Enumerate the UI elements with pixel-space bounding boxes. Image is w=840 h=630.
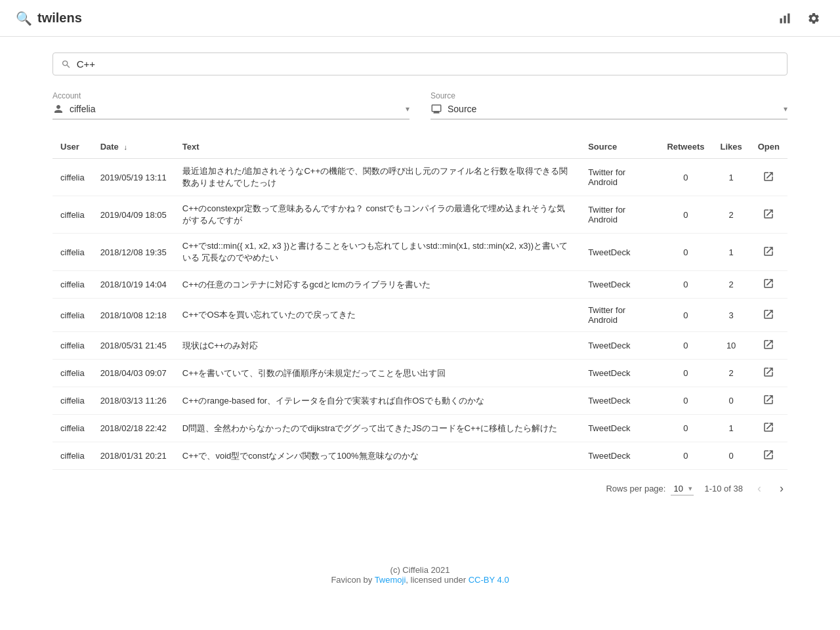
cell-open-4 (750, 299, 788, 332)
main-content: Account ciffelia ▾ Source Source (26, 37, 814, 523)
cell-date-2: 2018/12/08 19:35 (93, 234, 175, 271)
th-date[interactable]: Date ↓ (93, 135, 175, 159)
cell-retweets-0: 0 (659, 159, 712, 196)
app-logo: 🔍 twilens (16, 10, 82, 26)
source-filter-group: Source Source Twitter for Android TweetD… (430, 91, 788, 119)
external-link-icon (763, 308, 774, 320)
source-filter-chevron: ▾ (784, 104, 788, 114)
cell-likes-3: 2 (713, 271, 750, 299)
cell-date-6: 2018/04/03 09:07 (93, 360, 175, 387)
external-link-icon (763, 245, 774, 257)
cell-text-2: C++でstd::min({ x1, x2, x3 })と書けることをいつも忘れ… (175, 234, 580, 271)
cell-open-0 (750, 159, 788, 196)
cell-text-1: C++のconstexpr定数って意味あるんですかね？ constでもコンパイラ… (175, 196, 580, 234)
app-title: twilens (37, 10, 82, 26)
open-button-5[interactable] (763, 339, 774, 350)
open-button-1[interactable] (763, 208, 774, 220)
filters-row: Account ciffelia ▾ Source Source (52, 91, 788, 119)
open-button-8[interactable] (763, 421, 774, 433)
open-button-3[interactable] (763, 278, 774, 289)
rows-per-page-group: Rows per page: 10 25 50 (606, 482, 694, 495)
cell-user-8: ciffelia (52, 415, 93, 442)
cell-source-1: Twitter for Android (580, 196, 659, 234)
cell-likes-9: 0 (713, 442, 750, 470)
cell-user-0: ciffelia (52, 159, 93, 196)
cell-source-4: Twitter for Android (580, 299, 659, 332)
open-button-9[interactable] (763, 449, 774, 461)
gear-icon (807, 12, 820, 25)
cell-user-5: ciffelia (52, 332, 93, 360)
cell-retweets-4: 0 (659, 299, 712, 332)
open-button-2[interactable] (763, 245, 774, 257)
open-button-6[interactable] (763, 366, 774, 378)
data-table: User Date ↓ Text Source Retweets Likes O… (52, 135, 788, 470)
twemoji-link[interactable]: Twemoji (375, 575, 406, 585)
source-filter-label: Source (430, 91, 788, 100)
cell-text-6: C++を書いていて、引数の評価順序が未規定だってことを思い出す回 (175, 360, 580, 387)
cell-user-2: ciffelia (52, 234, 93, 271)
footer-copyright: (c) Ciffelia 2021 (0, 565, 840, 575)
rows-per-page-select[interactable]: 10 25 50 (671, 482, 694, 495)
next-page-button[interactable]: › (776, 480, 788, 497)
open-button-7[interactable] (763, 394, 774, 406)
external-link-icon (763, 278, 774, 289)
cell-likes-7: 0 (713, 387, 750, 415)
cell-likes-5: 10 (713, 332, 750, 360)
open-button-4[interactable] (763, 308, 774, 320)
cell-open-9 (750, 442, 788, 470)
cell-source-6: TweetDeck (580, 360, 659, 387)
cell-date-7: 2018/03/13 11:26 (93, 387, 175, 415)
table-row: ciffelia 2018/10/19 14:04 C++の任意のコンテナに対応… (52, 271, 788, 299)
th-open: Open (750, 135, 788, 159)
external-link-icon (763, 171, 774, 182)
th-source: Source (580, 135, 659, 159)
th-text: Text (175, 135, 580, 159)
cell-open-1 (750, 196, 788, 234)
cell-user-6: ciffelia (52, 360, 93, 387)
table-row: ciffelia 2019/04/09 18:05 C++のconstexpr定… (52, 196, 788, 234)
table-header-row: User Date ↓ Text Source Retweets Likes O… (52, 135, 788, 159)
sort-icon: ↓ (123, 143, 127, 151)
cell-date-5: 2018/05/31 21:45 (93, 332, 175, 360)
cell-source-5: TweetDeck (580, 332, 659, 360)
table-row: ciffelia 2018/05/31 21:45 現状はC++のみ対応 Twe… (52, 332, 788, 360)
prev-page-button[interactable]: ‹ (753, 480, 765, 497)
account-filter-select-row: ciffelia ▾ (52, 103, 410, 119)
settings-button[interactable] (803, 8, 824, 29)
pagination-row: Rows per page: 10 25 50 1-10 of 38 ‹ › (52, 470, 788, 507)
search-icon (61, 59, 72, 70)
open-button-0[interactable] (763, 171, 774, 182)
external-link-icon (763, 208, 774, 220)
source-filter-select-row: Source Twitter for Android TweetDeck ▾ (430, 103, 788, 119)
cell-open-2 (750, 234, 788, 271)
account-filter-select[interactable]: ciffelia (70, 104, 400, 114)
cell-text-7: C++のrange-based for、イテレータを自分で実装すれば自作OSでも… (175, 387, 580, 415)
page-info: 1-10 of 38 (704, 484, 743, 494)
cell-text-4: C++でOS本を買い忘れていたので戻ってきた (175, 299, 580, 332)
cell-retweets-7: 0 (659, 387, 712, 415)
cell-text-9: C++で、void型でconstなメンバ関数って100%無意味なのかな (175, 442, 580, 470)
footer-license: Favicon by Twemoji, licensed under CC-BY… (0, 575, 840, 585)
th-likes: Likes (713, 135, 750, 159)
external-link-icon (763, 449, 774, 461)
logo-icon: 🔍 (16, 10, 32, 26)
cell-date-4: 2018/10/08 12:18 (93, 299, 175, 332)
cc-by-link[interactable]: CC-BY 4.0 (469, 575, 509, 585)
cell-source-9: TweetDeck (580, 442, 659, 470)
source-filter-select[interactable]: Source Twitter for Android TweetDeck (448, 104, 778, 114)
favicon-text: Favicon by (331, 575, 374, 585)
table-row: ciffelia 2018/10/08 12:18 C++でOS本を買い忘れてい… (52, 299, 788, 332)
table-row: ciffelia 2019/05/19 13:11 最近追加された/追加されそう… (52, 159, 788, 196)
table-row: ciffelia 2018/03/13 11:26 C++のrange-base… (52, 387, 788, 415)
table-row: ciffelia 2018/04/03 09:07 C++を書いていて、引数の評… (52, 360, 788, 387)
search-bar (52, 52, 788, 75)
svg-rect-2 (788, 13, 789, 23)
search-input[interactable] (77, 58, 779, 70)
person-icon (52, 103, 64, 115)
cell-likes-0: 1 (713, 159, 750, 196)
cell-date-3: 2018/10/19 14:04 (93, 271, 175, 299)
cell-retweets-8: 0 (659, 415, 712, 442)
th-retweets: Retweets (659, 135, 712, 159)
cell-open-3 (750, 271, 788, 299)
chart-button[interactable] (774, 8, 795, 29)
